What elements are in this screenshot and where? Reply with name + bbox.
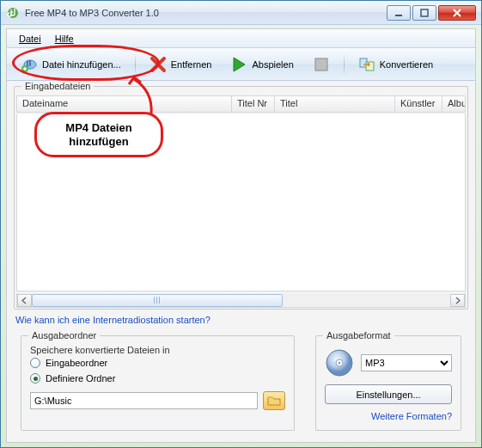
play-button[interactable]: Abspielen: [223, 52, 300, 77]
file-list-header: Dateiname Titel Nr Titel Künstler Albu: [16, 95, 466, 113]
stop-button[interactable]: [306, 52, 337, 77]
output-format-group: Ausgabeformat MP3 Einstellungen... Weite…: [315, 335, 461, 431]
menubar: Datei Hilfe: [7, 29, 475, 48]
browse-folder-button[interactable]: [263, 391, 285, 410]
add-file-button[interactable]: Datei hinzufügen...: [14, 52, 128, 77]
svg-rect-2: [421, 9, 428, 16]
output-format-legend: Ausgabeformat: [323, 330, 394, 341]
window-title: Free MP4 to MP3 Converter 1.0: [25, 8, 385, 18]
svg-rect-5: [315, 58, 327, 71]
close-button[interactable]: [438, 5, 476, 21]
scroll-track[interactable]: [32, 294, 450, 307]
remove-label: Entfernen: [171, 59, 212, 70]
radio-input-folder[interactable]: [30, 358, 40, 368]
app-window: Free MP4 to MP3 Converter 1.0 Datei Hilf…: [0, 0, 482, 448]
convert-button[interactable]: Konvertieren: [351, 52, 440, 77]
titlebar: Free MP4 to MP3 Converter 1.0: [1, 1, 481, 25]
toolbar-separator: [344, 53, 345, 76]
menu-help[interactable]: Hilfe: [48, 32, 81, 46]
format-select[interactable]: MP3: [361, 354, 452, 371]
output-folder-group: Ausgabeordner Speichere konvertierte Dat…: [21, 335, 295, 431]
input-files-group: Eingabedateien Dateiname Titel Nr Titel …: [14, 86, 468, 310]
settings-button[interactable]: Einstellungen...: [325, 384, 452, 404]
output-folder-legend: Ausgabeordner: [28, 330, 100, 341]
radio-define-folder[interactable]: [30, 373, 40, 384]
toolbar: Datei hinzufügen... Entfernen Abspielen …: [7, 48, 475, 81]
maximize-button[interactable]: [412, 5, 436, 21]
file-list-body[interactable]: [16, 114, 466, 292]
svg-point-10: [339, 362, 341, 365]
toolbar-separator: [135, 53, 136, 76]
col-filename[interactable]: Dateiname: [17, 96, 232, 112]
col-album[interactable]: Albu: [442, 96, 465, 112]
cd-icon: [325, 348, 354, 377]
col-title[interactable]: Titel: [275, 96, 395, 112]
bottom-panels: Ausgabeordner Speichere konvertierte Dat…: [7, 330, 475, 436]
col-trackno[interactable]: Titel Nr: [232, 96, 275, 112]
input-files-legend: Eingabedateien: [21, 81, 94, 91]
app-icon: [6, 6, 20, 20]
add-file-icon: [21, 56, 38, 73]
play-icon: [230, 56, 247, 73]
radio-define-folder-label: Definiere Ordner: [46, 373, 115, 384]
folder-icon: [267, 395, 281, 407]
internet-radio-link[interactable]: Wie kann ich eine Internetradiostation s…: [15, 315, 210, 325]
convert-label: Konvertieren: [380, 59, 433, 70]
add-file-label: Datei hinzufügen...: [42, 59, 121, 70]
scroll-thumb[interactable]: [32, 294, 283, 307]
play-label: Abspielen: [252, 59, 293, 70]
output-path-input[interactable]: [30, 392, 258, 409]
convert-icon: [358, 56, 375, 73]
radio-input-folder-label: Eingabeordner: [46, 358, 107, 368]
client-area: Datei Hilfe Datei hinzufügen... Entferne…: [6, 28, 476, 443]
svg-rect-7: [366, 62, 374, 71]
stop-icon: [313, 56, 330, 73]
scroll-left-button[interactable]: [17, 294, 32, 307]
file-list-scrollbar[interactable]: [16, 293, 466, 308]
remove-button[interactable]: Entfernen: [143, 52, 219, 77]
col-artist[interactable]: Künstler: [395, 96, 442, 112]
more-formats-link[interactable]: Weitere Formaten?: [371, 411, 452, 421]
scroll-right-button[interactable]: [450, 294, 465, 307]
remove-icon: [149, 56, 167, 73]
radio-define-folder-row[interactable]: Definiere Ordner: [21, 371, 294, 386]
minimize-button[interactable]: [387, 5, 411, 21]
save-label: Speichere konvertierte Dateien in: [21, 343, 294, 355]
menu-file[interactable]: Datei: [12, 32, 48, 46]
radio-input-folder-row[interactable]: Eingabeordner: [21, 355, 294, 371]
window-controls: [385, 5, 476, 21]
radio-link-row: Wie kann ich eine Internetradiostation s…: [15, 315, 467, 325]
svg-rect-1: [395, 15, 402, 16]
